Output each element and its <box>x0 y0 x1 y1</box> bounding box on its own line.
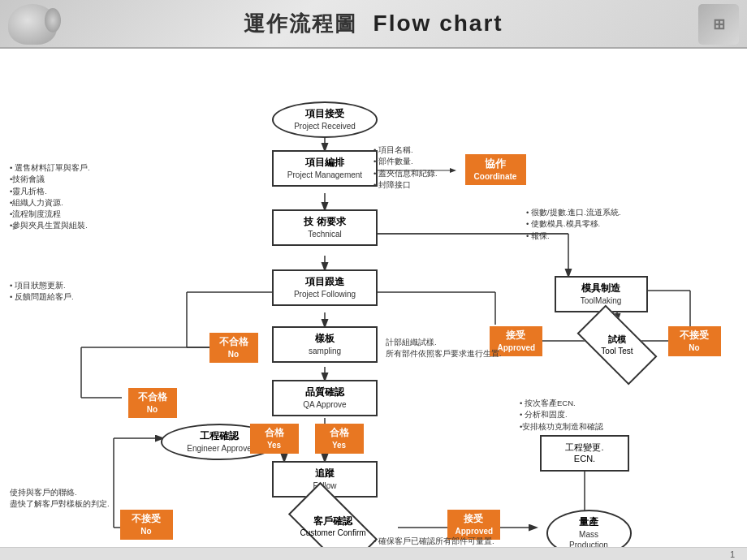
page: 運作流程圖 Flow chart ⊞ <box>0 0 747 560</box>
node-qa-approve: 品質確認 QA Approve <box>268 380 382 416</box>
footer: 1 <box>0 547 747 560</box>
note-left-customer: 使持與客戶的聯絡. 盡快了解客戶對樣板的判定. <box>10 487 136 510</box>
node-mass-production: 量產 Mass Production <box>544 510 633 547</box>
note-left-follow: • 項目狀態更新. • 反饋問題給客戶. <box>10 280 136 304</box>
node-no4: 不接受 No <box>118 510 175 540</box>
header-decoration: ⊞ <box>698 4 739 45</box>
node-technical: 技 術要求 Technical <box>268 209 382 246</box>
node-ecn: 工程變更. ECN. <box>544 435 625 472</box>
node-yes1: 合格 Yes <box>252 424 296 454</box>
node-project-management: 項目編排 Project Management <box>268 150 382 187</box>
flowchart-content: 項目接受 Project Received 項目編排 Project Manag… <box>0 49 747 547</box>
node-customer-confirm: 客戶確認 Customer Confirm <box>292 502 374 547</box>
node-yes2: 合格 Yes <box>317 424 361 454</box>
title-en: Flow chart <box>374 11 503 36</box>
node-sampling: 樣板 sampling <box>268 326 382 363</box>
node-project-received: 項目接受 Project Received <box>268 101 382 138</box>
node-no2: 不合格 No <box>207 333 260 363</box>
title-cn: 運作流程圖 <box>244 11 357 36</box>
node-tool-making: 模具制造 ToolMaking <box>552 276 650 312</box>
note-right2: • 很數/提數.進口.流道系統. • 使數模具.模具零移. • 報保. <box>526 207 652 242</box>
node-project-following: 項目跟進 Project Following <box>268 269 382 306</box>
note-right-mass: • 確保客戶已確認所有部件可量置. •訂估所有流程步驟方可量置 <box>374 536 536 547</box>
node-no3: 不合格 No <box>126 388 179 418</box>
node-no1: 不接受 No <box>666 326 723 356</box>
note-right-sampling: 計部組織試樣. 所有部件依照客戶要求進行生置. <box>386 337 532 360</box>
header: 運作流程圖 Flow chart ⊞ <box>0 0 747 49</box>
company-logo <box>8 4 57 45</box>
note-left1: • 選售材料訂單與客戶. •技術會議 •靈凡折格. •組織人力資源. •流程制度… <box>10 162 136 232</box>
note-right-ecn: • 按次客產ECN. • 分析和固度. •安排核功克制造和確認 <box>520 398 650 433</box>
page-title: 運作流程圖 Flow chart <box>244 10 503 38</box>
page-number: 1 <box>730 549 735 559</box>
note-right1: • 項目名稱. • 部件數量. • 蓋夾信息和紀錄. • 封障接口 <box>374 144 487 191</box>
node-tool-test: 試模 Tool Test <box>581 321 654 369</box>
